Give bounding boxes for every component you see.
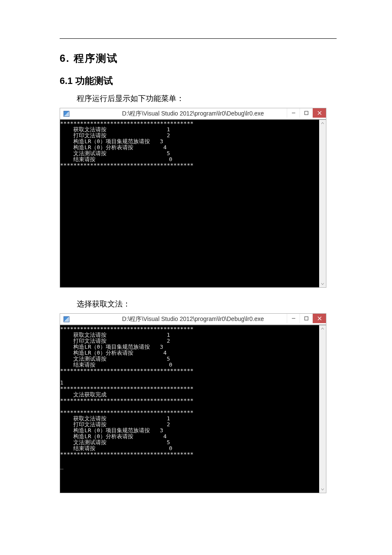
titlebar: D:\程序\Visual Studio 2012\program\lr0\Deb…	[60, 108, 326, 119]
scroll-up-icon[interactable]	[319, 120, 326, 127]
maximize-button[interactable]	[300, 314, 312, 323]
console-body[interactable]: ****************************************…	[60, 119, 326, 287]
svg-rect-1	[305, 111, 308, 115]
horizontal-rule	[60, 38, 337, 39]
console-window-2: D:\程序\Visual Studio 2012\program\lr0\Deb…	[60, 313, 326, 493]
maximize-icon	[304, 111, 308, 115]
titlebar: D:\程序\Visual Studio 2012\program\lr0\Deb…	[60, 314, 326, 325]
minimize-icon	[291, 316, 296, 321]
app-icon	[63, 111, 69, 117]
window-buttons	[287, 108, 326, 118]
scroll-down-icon[interactable]	[319, 280, 326, 287]
console-output: ****************************************…	[60, 120, 326, 169]
minimize-icon	[291, 111, 296, 115]
document-page: 6. 程序测试 6.1 功能测试 程序运行后显示如下功能菜单： D:\程序\Vi…	[0, 0, 392, 530]
minimize-button[interactable]	[287, 108, 300, 118]
window-buttons	[287, 314, 326, 323]
vertical-scrollbar[interactable]	[319, 325, 326, 493]
subsection-heading: 6.1 功能测试	[60, 75, 337, 87]
close-button[interactable]	[312, 108, 326, 118]
maximize-icon	[304, 316, 308, 321]
app-icon	[63, 316, 69, 322]
close-icon	[317, 316, 322, 321]
maximize-button[interactable]	[300, 108, 312, 118]
section-heading: 6. 程序测试	[60, 52, 337, 65]
console-output: ****************************************…	[60, 325, 326, 470]
console-window-1: D:\程序\Visual Studio 2012\program\lr0\Deb…	[60, 108, 326, 288]
minimize-button[interactable]	[287, 314, 300, 323]
close-icon	[317, 111, 322, 115]
close-button[interactable]	[312, 314, 326, 323]
scroll-down-icon[interactable]	[319, 486, 326, 493]
window-title: D:\程序\Visual Studio 2012\program\lr0\Deb…	[60, 110, 326, 118]
paragraph-select: 选择获取文法：	[77, 299, 337, 309]
paragraph-intro: 程序运行后显示如下功能菜单：	[77, 93, 337, 104]
console-body[interactable]: ****************************************…	[60, 325, 326, 493]
svg-rect-5	[305, 317, 308, 320]
scroll-up-icon[interactable]	[319, 325, 326, 332]
vertical-scrollbar[interactable]	[319, 120, 326, 287]
window-title: D:\程序\Visual Studio 2012\program\lr0\Deb…	[60, 315, 326, 323]
